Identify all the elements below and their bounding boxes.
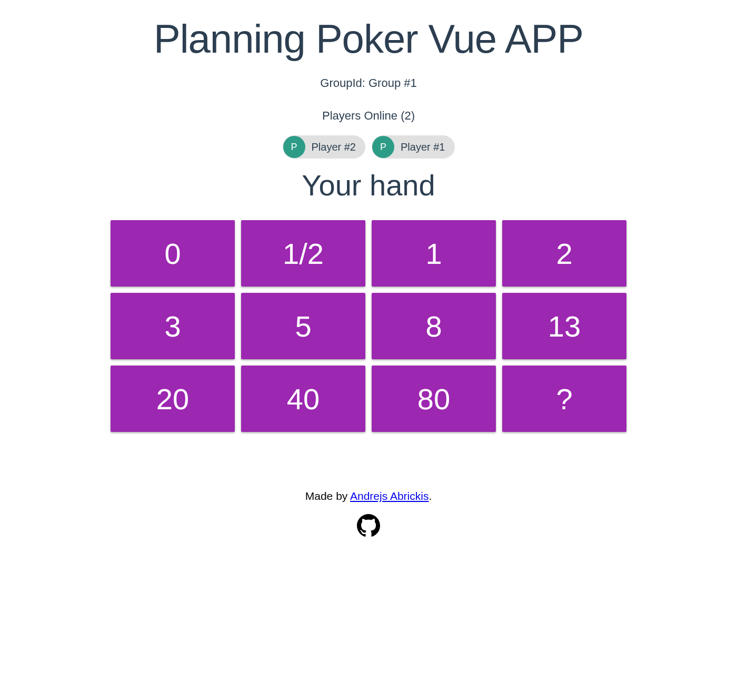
player-avatar: P	[283, 136, 305, 158]
player-name-label: Player #2	[312, 141, 356, 153]
github-link[interactable]	[357, 514, 380, 537]
poker-card-80[interactable]: 80	[372, 366, 496, 432]
footer-text: Made by Andrejs Abrickis.	[100, 490, 637, 502]
app-title: Planning Poker Vue APP	[100, 16, 637, 62]
poker-card-8[interactable]: 8	[372, 293, 496, 359]
player-chip: P Player #2	[283, 135, 366, 159]
card-grid: 0 1/2 1 2 3 5 8 13 20 40 80 ?	[100, 220, 637, 432]
your-hand-heading: Your hand	[100, 168, 637, 202]
players-row: P Player #2 P Player #1	[100, 135, 637, 159]
poker-card-0[interactable]: 0	[111, 220, 235, 287]
poker-card-40[interactable]: 40	[241, 366, 365, 432]
player-chip: P Player #1	[372, 135, 455, 159]
poker-card-1[interactable]: 1	[372, 220, 496, 287]
author-link[interactable]: Andrejs Abrickis	[350, 490, 429, 502]
player-name-label: Player #1	[401, 141, 445, 153]
poker-card-question[interactable]: ?	[502, 366, 626, 432]
poker-card-20[interactable]: 20	[111, 366, 235, 432]
poker-card-half[interactable]: 1/2	[241, 220, 365, 287]
poker-card-2[interactable]: 2	[502, 220, 626, 287]
poker-card-5[interactable]: 5	[241, 293, 365, 359]
poker-card-3[interactable]: 3	[111, 293, 235, 359]
group-id-label: GroupId: Group #1	[100, 76, 637, 90]
footer-prefix: Made by	[305, 490, 350, 502]
footer-suffix: .	[429, 490, 432, 502]
player-avatar: P	[372, 136, 394, 158]
github-icon	[357, 530, 380, 539]
players-online-heading: Players Online (2)	[100, 109, 637, 123]
poker-card-13[interactable]: 13	[502, 293, 626, 359]
